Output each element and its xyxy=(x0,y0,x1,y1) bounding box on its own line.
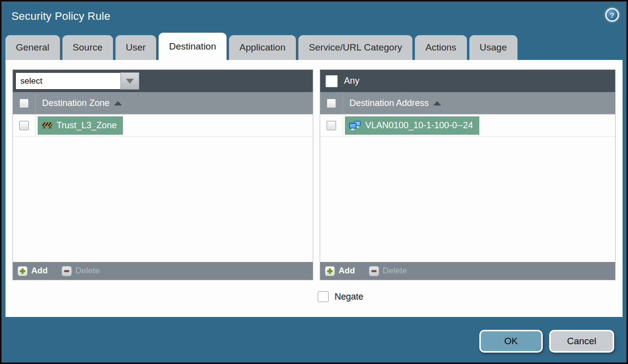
tab-general[interactable]: General xyxy=(5,35,60,60)
help-icon[interactable]: ? xyxy=(605,8,619,22)
address-icon xyxy=(349,121,361,130)
tab-source[interactable]: Source xyxy=(62,35,113,60)
sort-ascending-icon xyxy=(433,101,441,105)
ok-button[interactable]: OK xyxy=(479,330,543,353)
security-policy-rule-dialog: Security Policy Rule ? General Source Us… xyxy=(1,1,627,363)
table-row: Trust_L3_Zone xyxy=(13,114,313,137)
chevron-down-icon xyxy=(126,79,134,84)
address-row-checkbox-cell xyxy=(320,114,343,136)
zone-table-header: Destination Zone xyxy=(13,92,313,114)
zone-delete-label: Delete xyxy=(75,266,100,276)
address-column-header[interactable]: Destination Address xyxy=(349,98,441,108)
tab-strip: General Source User Destination Applicat… xyxy=(1,31,627,60)
address-add-label: Add xyxy=(339,266,355,276)
destination-zone-panel: select Destination Zone xyxy=(12,69,313,280)
tab-user[interactable]: User xyxy=(115,35,156,60)
address-row-checkbox[interactable] xyxy=(327,121,336,130)
zone-select-all-checkbox[interactable] xyxy=(19,99,29,108)
cancel-button[interactable]: Cancel xyxy=(549,330,614,353)
any-label: Any xyxy=(344,76,359,86)
tab-actions[interactable]: Actions xyxy=(415,35,466,60)
help-glyph: ? xyxy=(610,11,614,19)
negate-checkbox[interactable] xyxy=(318,291,329,302)
address-column-header-label: Destination Address xyxy=(349,98,429,108)
dialog-titlebar: Security Policy Rule ? xyxy=(1,1,627,31)
any-checkbox[interactable] xyxy=(326,75,338,87)
zone-item[interactable]: Trust_L3_Zone xyxy=(38,116,123,135)
add-icon xyxy=(325,266,335,276)
zone-column-header[interactable]: Destination Zone xyxy=(42,98,122,108)
address-panel-footer: Add Delete xyxy=(320,262,615,280)
tab-content: select Destination Zone xyxy=(5,60,623,317)
address-panel-toolbar: Any xyxy=(320,70,615,92)
negate-label: Negate xyxy=(335,292,363,302)
zone-add-button[interactable]: Add xyxy=(17,266,48,276)
zone-delete-button[interactable]: Delete xyxy=(61,266,100,276)
zone-select-dropdown[interactable]: select xyxy=(15,72,139,90)
zone-icon xyxy=(42,121,53,129)
zone-row-checkbox[interactable] xyxy=(19,121,29,130)
address-table-header: Destination Address xyxy=(320,92,615,114)
address-select-all-checkbox[interactable] xyxy=(327,99,336,108)
dialog-title: Security Policy Rule xyxy=(11,10,111,23)
address-delete-button[interactable]: Delete xyxy=(369,266,407,276)
zone-column-header-label: Destination Zone xyxy=(42,98,110,108)
zone-header-checkbox-cell xyxy=(13,92,36,114)
zone-panel-toolbar: select xyxy=(13,70,313,92)
address-header-checkbox-cell xyxy=(320,92,343,114)
zone-item-label: Trust_L3_Zone xyxy=(57,120,116,131)
address-add-button[interactable]: Add xyxy=(325,266,355,276)
zone-select-value[interactable]: select xyxy=(15,72,120,90)
zone-row-checkbox-cell xyxy=(13,114,36,136)
address-delete-label: Delete xyxy=(383,266,407,276)
address-item[interactable]: VLAN0100_10-1-100-0--24 xyxy=(345,116,479,135)
add-icon xyxy=(17,266,28,276)
zone-panel-footer: Add Delete xyxy=(13,262,313,280)
negate-row: Negate xyxy=(5,291,623,302)
tab-destination[interactable]: Destination xyxy=(159,33,227,60)
delete-icon xyxy=(369,266,379,276)
destination-address-panel: Any Destination Address xyxy=(320,69,616,280)
dialog-button-bar: OK Cancel xyxy=(1,317,627,363)
zone-add-label: Add xyxy=(31,266,48,276)
tab-application[interactable]: Application xyxy=(229,35,296,60)
address-item-label: VLAN0100_10-1-100-0--24 xyxy=(365,120,473,131)
tab-service-url-category[interactable]: Service/URL Category xyxy=(298,35,412,60)
address-table-body: VLAN0100_10-1-100-0--24 xyxy=(320,114,615,262)
zone-table-body: Trust_L3_Zone xyxy=(13,114,313,262)
zone-select-arrow-button[interactable] xyxy=(120,72,139,90)
sort-ascending-icon xyxy=(114,101,122,105)
tab-usage[interactable]: Usage xyxy=(469,35,517,60)
table-row: VLAN0100_10-1-100-0--24 xyxy=(320,114,615,137)
delete-icon xyxy=(61,266,72,276)
